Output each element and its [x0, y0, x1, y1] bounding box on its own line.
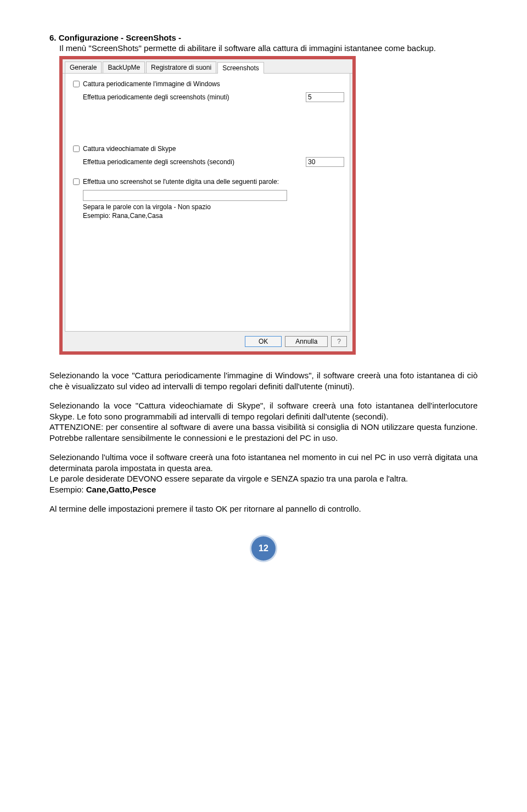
interval-minutes-input[interactable] [306, 92, 344, 102]
keywords-hint-1: Separa le parole con la virgola - Non sp… [83, 203, 344, 212]
embedded-screenshot: Generale BackUpMe Registratore di suoni … [59, 56, 356, 355]
help-button[interactable]: ? [331, 336, 347, 347]
tab-bar: Generale BackUpMe Registratore di suoni … [63, 59, 352, 74]
paragraph-2a: Selezionando la voce "Cattura videochiam… [49, 401, 478, 421]
ok-button[interactable]: OK [245, 336, 282, 347]
checkbox-capture-windows[interactable] [73, 81, 80, 87]
paragraph-2: Selezionando la voce "Cattura videochiam… [49, 400, 478, 443]
checkbox-capture-skype[interactable] [73, 145, 80, 152]
paragraph-3: Selezionando l'ultima voce il software c… [49, 452, 478, 495]
page-content: 6. Configurazione - ScreenShots - Il men… [0, 0, 527, 583]
paragraph-4: Al termine delle impostazioni premere il… [49, 503, 478, 514]
tab-screenshots[interactable]: Screenshots [217, 62, 264, 74]
dialog-button-row: OK Annulla ? [63, 332, 352, 351]
checkbox-keyword-trigger-label: Effettua uno screenshot se l'utente digi… [83, 178, 279, 186]
paragraph-3c-bold: Cane,Gatto,Pesce [86, 485, 156, 494]
checkbox-capture-windows-label: Cattura periodicamente l'immagine di Win… [83, 80, 220, 88]
tab-backupme[interactable]: BackUpMe [103, 61, 145, 73]
paragraph-2b: ATTENZIONE: per consentire al software d… [49, 422, 478, 443]
section-subheading: Il menù "ScreenShots" permette di abilit… [59, 43, 478, 53]
page-number-badge: 12 [251, 536, 276, 561]
cancel-button[interactable]: Annulla [285, 336, 328, 347]
tab-panel-screenshots: Cattura periodicamente l'immagine di Win… [65, 74, 350, 332]
paragraph-3c-label: Esempio: [49, 485, 86, 494]
paragraph-1: Selezionando la voce "Cattura periodicam… [49, 370, 478, 391]
tab-generale[interactable]: Generale [65, 61, 102, 73]
paragraph-3b: Le parole desiderate DEVONO essere separ… [49, 474, 408, 483]
interval-minutes-label: Effettua periodicamente degli screenshot… [83, 93, 301, 101]
tab-registratore[interactable]: Registratore di suoni [146, 61, 216, 73]
keywords-input[interactable] [83, 190, 287, 201]
checkbox-capture-skype-label: Cattura videochiamate di Skype [83, 145, 176, 153]
keywords-hint-2: Esempio: Rana,Cane,Casa [83, 212, 344, 221]
paragraph-3a: Selezionando l'ultima voce il software c… [49, 452, 478, 473]
checkbox-keyword-trigger[interactable] [73, 178, 80, 185]
section-heading: 6. Configurazione - ScreenShots - [49, 33, 478, 42]
interval-seconds-label: Effettua periodicamente degli screenshot… [83, 158, 301, 166]
interval-seconds-input[interactable] [306, 157, 344, 167]
